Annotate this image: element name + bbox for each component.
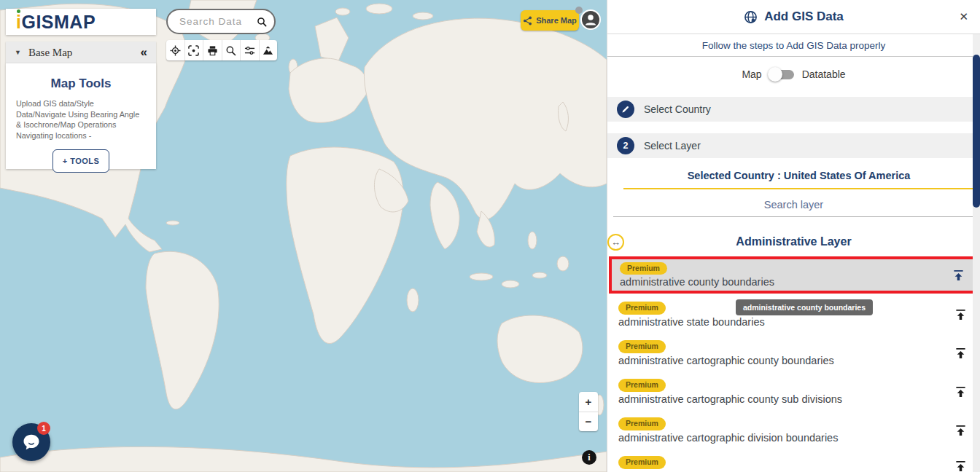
step-2-badge: 2 <box>617 137 634 154</box>
layer-row[interactable]: Premium administrative cartographic coun… <box>607 376 980 408</box>
layer-name: administrative cartographic division bou… <box>618 432 980 444</box>
igismap-logo[interactable]: iGISMAP <box>16 13 96 31</box>
upload-layer-button[interactable] <box>953 459 968 472</box>
pencil-icon <box>621 105 630 114</box>
layer-row[interactable]: Premium administrative county boundaries <box>609 256 978 294</box>
panel-header: Add GIS Data ✕ <box>607 0 980 34</box>
search-layer-input[interactable] <box>613 199 974 217</box>
land-caribbean <box>166 221 179 225</box>
upload-icon <box>953 459 968 472</box>
land-india <box>430 182 459 249</box>
upload-icon <box>953 385 968 400</box>
tools-button[interactable]: + TOOLS <box>52 149 110 173</box>
layer-row[interactable]: Premium administrative cartographic divi… <box>607 414 980 447</box>
upload-layer-button[interactable] <box>953 346 968 361</box>
chevron-down-icon[interactable]: ▼ <box>15 49 21 56</box>
land-indonesia-3 <box>532 272 547 278</box>
upload-layer-button[interactable] <box>953 385 968 400</box>
land-arabia <box>374 169 408 212</box>
close-icon[interactable]: ✕ <box>959 10 968 23</box>
zoom-controls: + − <box>579 392 598 431</box>
land-madagascar <box>407 288 419 312</box>
panel-title: Add GIS Data <box>764 9 844 24</box>
map-toolbar <box>166 40 277 60</box>
land-scandinavia <box>315 17 349 61</box>
print-icon <box>207 45 218 56</box>
upload-icon <box>953 307 968 323</box>
step-select-country[interactable]: Select Country <box>607 97 980 122</box>
layer-name: administrative cartographic county sub d… <box>618 393 980 405</box>
zoom-search-button[interactable] <box>222 40 241 60</box>
layer-row[interactable]: Premium administrative cartographic coun… <box>607 337 980 369</box>
layer-name: administrative state boundaries <box>618 316 980 328</box>
panel-resize-handle[interactable]: ↔ <box>607 234 624 251</box>
upload-icon <box>953 346 968 361</box>
step-1-label: Select Country <box>644 103 711 115</box>
logo-card: iGISMAP <box>6 9 156 35</box>
basemap-label: Base Map <box>28 47 141 59</box>
premium-badge: Premium <box>618 417 666 430</box>
center-focus-icon <box>188 45 199 56</box>
person-icon <box>583 12 598 27</box>
map-tools-title: Map Tools <box>16 76 146 91</box>
search-data-input[interactable] <box>179 16 257 27</box>
collapse-panel-icon[interactable]: « <box>141 45 147 60</box>
measure-button[interactable] <box>241 40 260 60</box>
upload-layer-button[interactable] <box>951 267 966 283</box>
basemap-bar[interactable]: ▼ Base Map « <box>6 42 156 63</box>
panel-scrollbar-thumb[interactable] <box>973 55 980 208</box>
print-button[interactable] <box>203 40 222 60</box>
upload-layer-button[interactable] <box>953 423 968 438</box>
layer-search-box <box>613 198 974 217</box>
map-tools-description: Upload GIS data/Style Data/Navigate Usin… <box>16 98 146 141</box>
layer-row[interactable]: Premium administrative cartographic metr… <box>607 453 980 472</box>
map-datatable-toggle[interactable] <box>770 70 794 79</box>
land-europe <box>289 58 368 122</box>
basemap-switch-button[interactable] <box>260 40 278 60</box>
locate-icon <box>170 45 181 56</box>
map-canvas[interactable]: iGISMAP ▼ Base Map « Map Tools Upload GI… <box>0 0 607 472</box>
layer-tooltip: administrative county boundaries <box>736 299 873 315</box>
chat-unread-badge: 1 <box>37 422 50 435</box>
logo-pin: i <box>16 12 21 32</box>
map-search-box <box>166 9 276 34</box>
land-arctic-3 <box>335 8 350 15</box>
selected-country-label: Selected Country : United States Of Amer… <box>623 170 974 189</box>
user-avatar[interactable] <box>580 9 601 30</box>
zoom-out-button[interactable]: − <box>579 412 598 432</box>
search-icon[interactable] <box>257 16 267 28</box>
toggle-label-datatable[interactable]: Datatable <box>802 68 846 80</box>
land-australia <box>497 315 583 383</box>
land-arctic-2 <box>413 12 433 20</box>
layer-name: administrative cartographic county bound… <box>618 355 980 366</box>
section-title: Administrative Layer <box>607 235 980 248</box>
land-antarctica <box>0 447 607 472</box>
premium-badge: Premium <box>620 262 667 275</box>
land-arctic-1 <box>366 4 392 14</box>
land-indonesia-2 <box>502 280 519 288</box>
toggle-knob[interactable] <box>768 67 782 82</box>
land-philippines <box>528 232 537 249</box>
basemap-icon <box>262 45 273 56</box>
add-gis-data-panel: Add GIS Data ✕ Follow the steps to Add G… <box>607 0 980 472</box>
measure-icon <box>244 45 255 56</box>
locate-button[interactable] <box>166 40 185 60</box>
igismap-app: iGISMAP ▼ Base Map « Map Tools Upload GI… <box>0 0 980 472</box>
notification-dot <box>575 7 583 14</box>
share-map-button[interactable]: Share Map <box>521 10 579 31</box>
land-indonesia-1 <box>470 273 493 280</box>
land-south-america <box>146 251 219 409</box>
step-select-layer[interactable]: 2 Select Layer <box>607 133 980 158</box>
upload-icon <box>951 267 966 283</box>
toggle-label-map[interactable]: Map <box>742 68 761 80</box>
attribution-info-button[interactable]: i <box>582 450 596 465</box>
map-tools-card: Map Tools Upload GIS data/Style Data/Nav… <box>6 63 156 169</box>
premium-badge: Premium <box>618 379 666 392</box>
premium-badge: Premium <box>618 340 666 353</box>
zoom-in-button[interactable]: + <box>579 392 598 412</box>
share-map-label: Share Map <box>536 16 577 25</box>
view-toggle-row: Map Datatable <box>607 57 980 92</box>
center-focus-button[interactable] <box>185 40 204 60</box>
globe-icon <box>744 10 758 24</box>
upload-layer-button[interactable] <box>953 307 968 323</box>
